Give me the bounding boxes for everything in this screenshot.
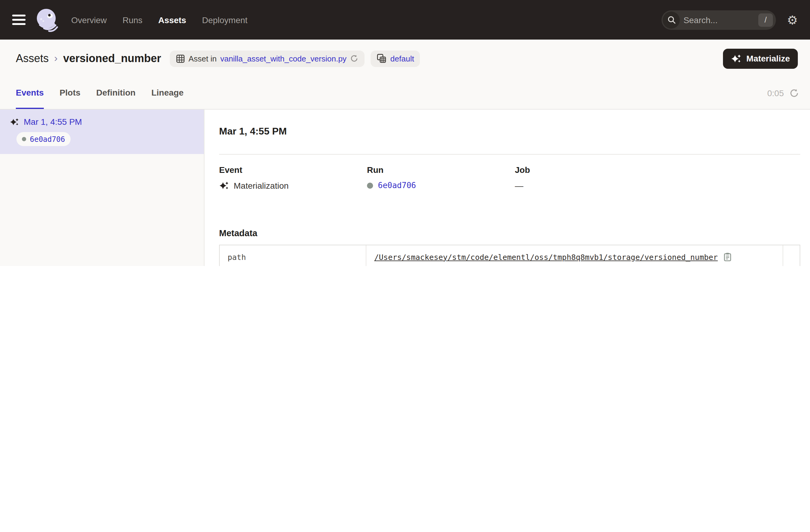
tab-events[interactable]: Events — [16, 77, 44, 109]
search-input[interactable] — [680, 15, 758, 25]
run-id-badge[interactable]: 6e0ad706 — [16, 132, 70, 146]
metadata-gutter-cell — [783, 245, 800, 266]
metadata-key: path — [220, 245, 366, 266]
primary-nav: Overview Runs Assets Deployment — [71, 15, 247, 25]
event-label: Event — [219, 165, 367, 175]
reload-definition-icon[interactable] — [350, 54, 359, 63]
materialization-icon — [219, 181, 229, 191]
materialization-sparkle-icon — [10, 117, 19, 126]
tab-lineage[interactable]: Lineage — [151, 77, 183, 109]
nav-item-runs[interactable]: Runs — [123, 15, 142, 25]
app-window: Overview Runs Assets Deployment / ⚙ Asse… — [0, 0, 810, 266]
metadata-title: Metadata — [219, 228, 800, 238]
run-link[interactable]: 6e0ad706 — [378, 181, 416, 190]
dagster-logo[interactable] — [33, 6, 60, 33]
global-search[interactable]: / — [662, 10, 776, 30]
tab-plots[interactable]: Plots — [60, 77, 80, 109]
asset-definition-badge[interactable]: Asset in vanilla_asset_with_code_version… — [170, 50, 365, 67]
hamburger-menu-icon[interactable] — [12, 15, 26, 25]
breadcrumb-separator-icon: › — [54, 52, 58, 65]
countdown-value: 0:05 — [767, 88, 784, 98]
nav-item-assets[interactable]: Assets — [158, 15, 186, 25]
table-grid-icon — [176, 54, 185, 63]
breadcrumb-assets-link[interactable]: Assets — [16, 52, 49, 65]
asset-file-link[interactable]: vanilla_asset_with_code_version.py — [220, 54, 346, 63]
nav-item-overview[interactable]: Overview — [71, 15, 107, 25]
event-detail-panel: Mar 1, 4:55 PM Event Materialization Run — [205, 110, 810, 266]
events-sidebar: Mar 1, 4:55 PM 6e0ad706 — [0, 110, 205, 266]
run-id-label: 6e0ad706 — [30, 135, 65, 143]
top-nav: Overview Runs Assets Deployment / ⚙ — [0, 0, 810, 39]
event-list-item[interactable]: Mar 1, 4:55 PM 6e0ad706 — [0, 110, 204, 154]
copy-icon[interactable] — [723, 252, 732, 262]
materialize-label: Materialize — [746, 53, 790, 63]
group-badge[interactable]: default — [371, 50, 420, 67]
run-label: Run — [367, 165, 515, 175]
group-default-link[interactable]: default — [390, 54, 414, 63]
search-icon — [663, 11, 680, 28]
event-item-timestamp: Mar 1, 4:55 PM — [24, 117, 82, 127]
sparkle-icon — [731, 53, 742, 64]
refresh-countdown: 0:05 — [767, 77, 799, 109]
job-value: — — [515, 181, 523, 191]
page-header: Assets › versioned_number Asset in vanil… — [0, 39, 810, 77]
run-status-dot — [22, 137, 26, 141]
job-grid-icon — [377, 53, 387, 63]
run-status-dot — [367, 182, 373, 188]
job-label: Job — [515, 165, 663, 175]
page-title: versioned_number — [63, 52, 161, 65]
metadata-path-link[interactable]: /Users/smackesey/stm/code/elementl/oss/t… — [374, 252, 718, 261]
asset-badge-prefix: Asset in — [189, 54, 217, 63]
metadata-table: path /Users/smackesey/stm/code/elementl/… — [219, 245, 800, 266]
divider — [219, 154, 800, 155]
event-detail-heading: Mar 1, 4:55 PM — [219, 126, 800, 137]
materialize-button[interactable]: Materialize — [723, 48, 798, 68]
settings-gear-icon[interactable]: ⚙ — [787, 14, 798, 26]
breadcrumb: Assets › versioned_number — [16, 52, 161, 65]
tab-definition[interactable]: Definition — [96, 77, 135, 109]
tabs-bar: Events Plots Definition Lineage 0:05 — [0, 77, 810, 109]
slash-shortcut-badge: / — [758, 13, 773, 27]
nav-item-deployment[interactable]: Deployment — [202, 15, 247, 25]
event-type-value: Materialization — [234, 181, 289, 191]
refresh-icon[interactable] — [789, 88, 799, 98]
